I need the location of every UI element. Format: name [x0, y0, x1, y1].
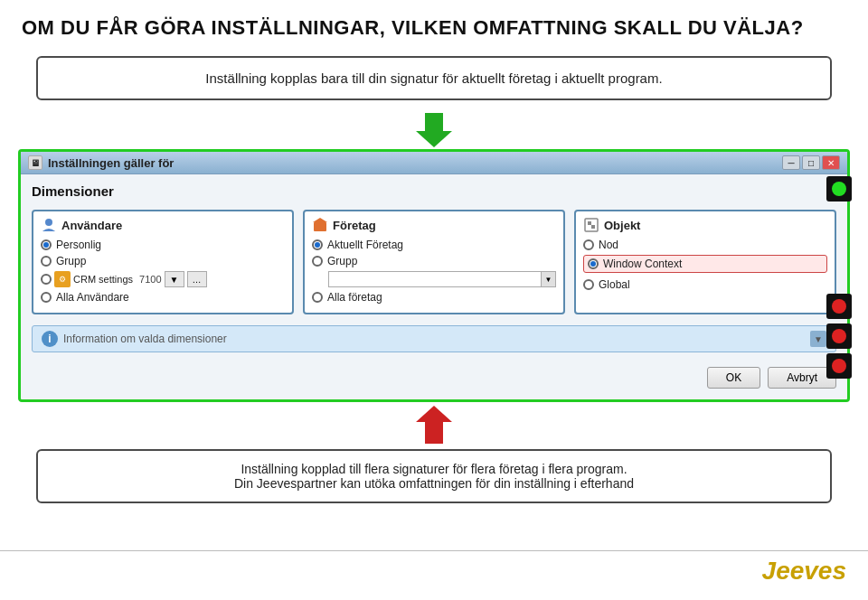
minimize-button[interactable]: ─ [782, 155, 800, 170]
crm-icon: ⚙ [54, 271, 71, 287]
grupp-anvandare-label: Grupp [56, 255, 86, 267]
columns-row: Användare Personlig Grupp [32, 210, 836, 314]
bottom-desc-line2: Din Jeevespartner kan utöka omfattningen… [56, 476, 812, 491]
dialog-title-icon: 🖥 [28, 155, 42, 170]
top-description: Inställning kopplas bara till din signat… [36, 56, 832, 100]
red-light-3 [832, 359, 846, 373]
option-grupp-anvandare[interactable]: Grupp [41, 255, 285, 267]
bottom-desc-line1: Inställning kopplad till flera signature… [56, 462, 812, 476]
dialog-titlebar: 🖥 Inställningen gäller för ─ □ ✕ [21, 152, 847, 174]
traffic-light-red1 [826, 294, 852, 319]
settings-dialog: 🖥 Inställningen gäller för ─ □ ✕ Dimensi… [18, 149, 850, 402]
ok-button[interactable]: OK [707, 367, 760, 389]
bottom-divider [0, 550, 868, 551]
svg-marker-0 [416, 113, 452, 147]
option-alla-foretag[interactable]: Alla företag [312, 291, 556, 304]
dialog-buttons: OK Avbryt [32, 367, 836, 390]
close-button[interactable]: ✕ [822, 155, 840, 170]
objekt-column: Objekt Nod Window Context [574, 210, 836, 314]
crm-label: CRM settings [73, 274, 133, 285]
svg-rect-2 [314, 222, 326, 231]
traffic-lights-group [826, 176, 852, 202]
objekt-icon [583, 217, 599, 233]
red-light-1 [832, 299, 846, 314]
dialog-wrapper: 🖥 Inställningen gäller för ─ □ ✕ Dimensi… [18, 149, 850, 402]
page-container: OM DU FÅR GÖRA INSTÄLLNINGAR, VILKEN OMF… [0, 0, 868, 503]
anvandare-icon [41, 217, 57, 233]
radio-alla-foretag[interactable] [312, 292, 323, 303]
anvandare-header: Användare [41, 217, 285, 233]
foretag-header: Företag [312, 217, 556, 233]
radio-nod[interactable] [583, 239, 594, 250]
aktuellt-foretag-label: Aktuellt Företag [327, 239, 403, 251]
option-window-context[interactable]: Window Context [583, 255, 827, 273]
crm-row: ⚙ CRM settings 7100 ▼ … [41, 271, 285, 287]
grupp-foretag-label: Grupp [327, 255, 357, 267]
foretag-column: Företag Aktuellt Företag Grupp [303, 210, 565, 314]
up-arrow-icon [0, 404, 868, 444]
radio-alla-anvandare[interactable] [41, 292, 52, 303]
nod-label: Nod [599, 239, 618, 251]
red-light-2 [832, 329, 846, 343]
page-title: OM DU FÅR GÖRA INSTÄLLNINGAR, VILKEN OMF… [0, 0, 868, 49]
dialog-titlebar-left: 🖥 Inställningen gäller för [28, 155, 174, 170]
svg-marker-3 [313, 218, 327, 222]
foretag-icon [312, 217, 328, 233]
down-arrow-icon [0, 104, 868, 149]
bottom-description-wrapper: Inställning kopplad till flera signature… [36, 449, 832, 503]
crm-more-btn[interactable]: … [187, 271, 207, 287]
radio-grupp-anvandare[interactable] [41, 256, 52, 267]
jeeves-logo: Jeeves [762, 557, 846, 586]
info-bar: i Information om valda dimensioner ▼ [32, 325, 836, 352]
dialog-body: Dimensioner Användare [21, 174, 847, 399]
info-icon: i [42, 331, 58, 347]
option-alla-anvandare[interactable]: Alla Användare [41, 291, 285, 304]
anvandare-column: Användare Personlig Grupp [32, 210, 294, 314]
global-label: Global [599, 278, 630, 291]
traffic-light-red2 [826, 323, 852, 349]
radio-global[interactable] [583, 279, 594, 290]
radio-personlig[interactable] [41, 239, 52, 250]
alla-anvandare-label: Alla Användare [56, 291, 129, 304]
svg-marker-7 [416, 406, 452, 444]
option-global[interactable]: Global [583, 278, 827, 291]
alla-foretag-label: Alla företag [327, 291, 382, 304]
objekt-header: Objekt [583, 217, 827, 233]
radio-crm[interactable] [41, 274, 52, 285]
anvandare-label: Användare [61, 219, 122, 232]
green-light [832, 182, 846, 196]
traffic-light-red3 [826, 353, 852, 379]
crm-dropdown-btn[interactable]: ▼ [165, 271, 184, 287]
option-grupp-foretag[interactable]: Grupp [312, 255, 556, 267]
foretag-grupp-dropdown-arrow[interactable]: ▼ [541, 272, 555, 286]
objekt-label: Objekt [604, 219, 640, 232]
foretag-grupp-dropdown[interactable]: ▼ [328, 271, 556, 287]
crm-number: 7100 [139, 274, 161, 285]
radio-grupp-foretag[interactable] [312, 256, 323, 267]
option-nod[interactable]: Nod [583, 239, 827, 251]
svg-rect-5 [588, 221, 591, 225]
svg-point-1 [45, 219, 52, 226]
info-bar-text: Information om valda dimensioner [63, 333, 227, 345]
maximize-button[interactable]: □ [802, 155, 820, 170]
bottom-description: Inställning kopplad till flera signature… [36, 449, 832, 503]
option-personlig[interactable]: Personlig [41, 239, 285, 251]
traffic-light-green [826, 176, 852, 202]
window-context-label: Window Context [603, 258, 682, 270]
dialog-titlebar-buttons: ─ □ ✕ [782, 155, 840, 170]
foretag-label: Företag [333, 219, 376, 232]
radio-window-context[interactable] [588, 258, 599, 269]
dimensions-label: Dimensioner [32, 183, 836, 199]
info-scroll-btn[interactable]: ▼ [810, 331, 826, 347]
dialog-title-text: Inställningen gäller för [48, 156, 174, 170]
traffic-lights-red-group [826, 294, 852, 379]
radio-aktuellt-foretag[interactable] [312, 239, 323, 250]
personlig-label: Personlig [56, 239, 101, 251]
option-aktuellt-foretag[interactable]: Aktuellt Företag [312, 239, 556, 251]
svg-rect-6 [591, 225, 595, 229]
